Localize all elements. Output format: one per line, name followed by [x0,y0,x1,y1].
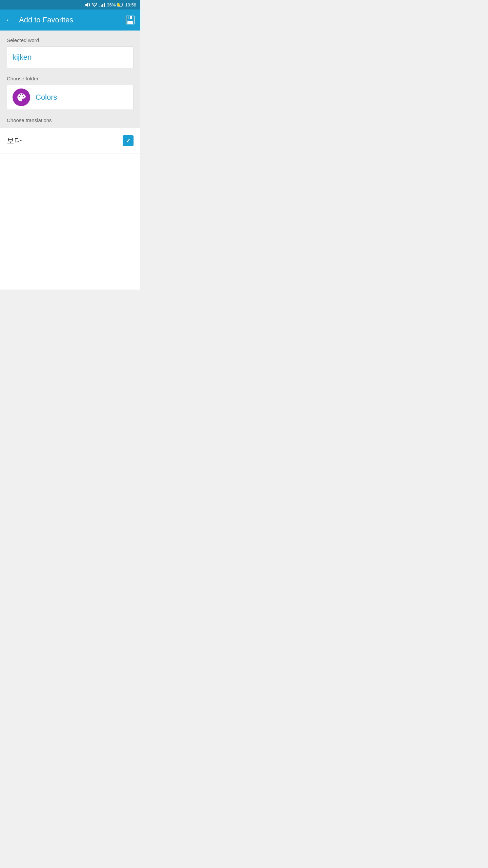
svg-rect-10 [127,21,133,24]
app-bar: ← Add to Favorites [0,9,140,31]
translation-checkbox[interactable] [123,135,134,146]
svg-rect-11 [128,16,130,19]
app-bar-left: ← Add to Favorites [5,16,73,24]
wifi-icon [92,3,97,7]
mute-icon [85,2,90,7]
selected-word-box: kijken [7,46,134,68]
folder-selector[interactable]: Colors [7,85,134,110]
battery-icon: ⚡ [117,3,123,7]
folder-name: Colors [36,93,57,102]
save-button[interactable] [125,15,135,25]
status-icons: 36% ⚡ 19:58 [85,2,136,7]
translations-list: 보다 [0,128,140,154]
back-button[interactable]: ← [5,16,13,24]
svg-rect-5 [123,4,123,6]
choose-translations-label: Choose translations [7,117,134,128]
signal-icon [99,2,105,7]
translation-text: 보다 [7,136,22,146]
folder-icon-circle [13,88,30,106]
battery-percent: 36% [107,2,116,7]
svg-text:⚡: ⚡ [118,4,121,7]
translation-item: 보다 [0,128,140,154]
page-title: Add to Favorites [19,16,73,24]
svg-marker-0 [85,2,88,7]
svg-point-3 [94,6,95,7]
bottom-space [0,154,140,290]
status-time: 19:58 [125,2,136,7]
selected-word-value: kijken [13,53,32,61]
palette-icon [17,93,26,102]
status-bar: 36% ⚡ 19:58 [0,0,140,9]
main-content: Selected word kijken Choose folder Color… [0,31,140,128]
selected-word-label: Selected word [7,37,134,43]
choose-folder-label: Choose folder [7,76,134,81]
